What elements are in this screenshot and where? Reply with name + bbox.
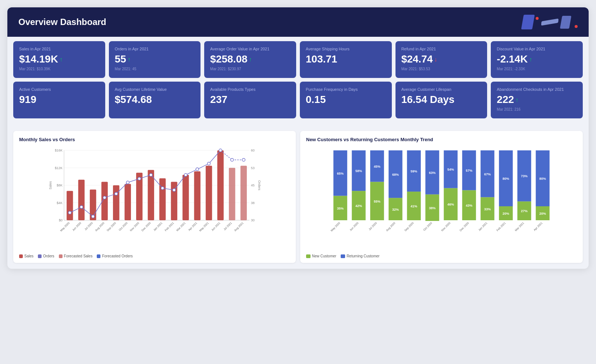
legend-item-sales: Sales <box>19 254 33 258</box>
metric-value-active-customers: 919 <box>19 93 99 106</box>
legend-label: Sales <box>24 254 33 258</box>
legend-item-returning-customer: Returning Customer <box>341 254 379 258</box>
metric-card-avg-lifespan: Average Customer Lifespan16.54 Days <box>395 82 487 118</box>
svg-text:Orders: Orders <box>258 180 261 190</box>
svg-text:63%: 63% <box>429 171 436 175</box>
bar-chart-svg: $0$4K$8K$12K$16KSalesOrders6053453830May… <box>19 147 290 250</box>
svg-text:$8K: $8K <box>57 183 63 187</box>
svg-rect-19 <box>67 191 73 220</box>
svg-text:42%: 42% <box>355 204 362 208</box>
legend-label: New Customer <box>312 254 336 258</box>
metric-label-refund-apr: Refund in Apr 2021 <box>401 46 482 51</box>
svg-text:Aug 2020: Aug 2020 <box>385 221 396 232</box>
legend-color-box <box>341 254 345 258</box>
dashboard-title: Overview Dashboard <box>18 17 106 27</box>
legend-item-forecasted-orders: Forecasted Orders <box>97 254 132 258</box>
svg-rect-39 <box>182 175 189 221</box>
legend-item-new-customer: New Customer <box>306 254 336 258</box>
logo-dot-2 <box>575 25 578 28</box>
svg-text:Jan 2021: Jan 2021 <box>478 221 488 232</box>
svg-text:27%: 27% <box>521 209 528 213</box>
chart-monthly-sales: Monthly Sales vs Orders $0$4K$8K$12K$16K… <box>13 131 296 263</box>
chart2-title: New Customers vs Returning Customers Mon… <box>306 137 577 142</box>
metric-label-avg-lifetime-value: Avg Customer Lifetime Value <box>115 87 195 92</box>
metric-card-refund-apr: Refund in Apr 2021$24.74↓Mar 2021: $53.5… <box>395 41 487 78</box>
svg-text:Jul 2021: Jul 2021 <box>223 221 233 231</box>
metric-value-sales-apr: $14.19K↑ <box>19 53 99 65</box>
svg-text:Mar 2021: Mar 2021 <box>514 221 525 232</box>
svg-point-71 <box>126 181 129 184</box>
svg-text:Jan 2021: Jan 2021 <box>153 221 163 232</box>
svg-point-78 <box>207 162 210 165</box>
metric-sub-abandonment: Mar 2021: 216 <box>497 107 577 111</box>
svg-rect-35 <box>159 178 166 220</box>
svg-text:59%: 59% <box>411 169 417 173</box>
legend-item-forecasted-sales: Forecasted Sales <box>59 254 93 258</box>
svg-text:20%: 20% <box>503 212 509 215</box>
svg-rect-21 <box>78 180 85 220</box>
metric-label-abandonment: Abandonment Checkouts in Apr 2021 <box>497 87 577 92</box>
chart-customers: New Customers vs Returning Customers Mon… <box>300 131 583 263</box>
chart1-legend: SalesOrdersForecasted SalesForecasted Or… <box>19 254 290 258</box>
svg-text:65%: 65% <box>337 172 344 175</box>
svg-text:Jun 2020: Jun 2020 <box>71 221 82 232</box>
svg-text:67%: 67% <box>484 172 491 176</box>
svg-text:Aug 2020: Aug 2020 <box>95 221 105 232</box>
svg-text:Sales: Sales <box>49 181 52 189</box>
metric-card-orders-apr: Orders in Apr 202155↑Mar 2021: 45 <box>109 41 201 78</box>
legend-label: Orders <box>43 254 54 258</box>
svg-point-76 <box>184 174 187 176</box>
header-logo <box>522 15 578 29</box>
svg-text:Apr 2021: Apr 2021 <box>188 221 198 232</box>
logo-dot-1 <box>536 17 539 20</box>
svg-rect-43 <box>206 166 212 220</box>
metric-sub-sales-apr: Mar 2021: $10.39K <box>19 67 99 71</box>
metric-value-avg-shipping: 103.71 <box>306 53 386 65</box>
metrics-row-1: Sales in Apr 2021$14.19K↑Mar 2021: $10.3… <box>13 41 583 78</box>
svg-point-67 <box>80 206 83 208</box>
logo-shape-3 <box>560 16 571 29</box>
svg-rect-49 <box>241 166 247 220</box>
metric-value-discount-apr: -2.14K↑ <box>497 53 577 65</box>
svg-point-70 <box>115 192 118 195</box>
metric-card-sales-apr: Sales in Apr 2021$14.19K↑Mar 2021: $10.3… <box>13 41 105 78</box>
svg-text:Sep 2020: Sep 2020 <box>106 221 117 232</box>
metric-value-purchase-freq: 0.15 <box>306 93 386 106</box>
svg-text:33%: 33% <box>484 207 491 211</box>
svg-text:$16K: $16K <box>55 149 63 152</box>
svg-point-74 <box>161 187 164 190</box>
svg-text:55%: 55% <box>374 200 380 203</box>
svg-rect-45 <box>217 150 224 220</box>
svg-rect-41 <box>194 171 201 220</box>
svg-rect-47 <box>229 168 235 221</box>
metric-sub-refund-apr: Mar 2021: $53.53 <box>401 67 482 71</box>
svg-rect-29 <box>125 184 131 220</box>
svg-text:43%: 43% <box>466 204 472 207</box>
svg-text:38%: 38% <box>429 206 436 210</box>
metric-label-avg-shipping: Average Shipping Hours <box>306 46 386 51</box>
metric-value-orders-apr: 55↑ <box>115 53 195 65</box>
svg-text:45: 45 <box>251 183 255 187</box>
legend-item-orders: Orders <box>38 254 54 258</box>
svg-point-81 <box>242 158 245 161</box>
svg-text:68%: 68% <box>392 173 399 176</box>
metric-label-available-products: Available Products Types <box>210 87 290 92</box>
svg-point-80 <box>231 158 234 161</box>
svg-text:Mar 2021: Mar 2021 <box>175 221 186 232</box>
svg-text:Feb 2021: Feb 2021 <box>496 221 507 232</box>
metric-card-available-products: Available Products Types237 <box>204 82 296 118</box>
metric-label-avg-order-value: Average Order Value in Apr 2021 <box>210 46 290 51</box>
svg-point-68 <box>92 215 95 218</box>
svg-text:41%: 41% <box>411 204 417 208</box>
svg-text:32%: 32% <box>392 208 399 211</box>
metric-label-orders-apr: Orders in Apr 2021 <box>115 46 195 51</box>
svg-text:Jul 2020: Jul 2020 <box>84 221 93 231</box>
metric-card-avg-lifetime-value: Avg Customer Lifetime Value$574.68 <box>109 82 201 118</box>
svg-text:80%: 80% <box>503 177 509 181</box>
metric-sub-avg-order-value: Mar 2021: $230.97 <box>210 67 290 71</box>
svg-text:Jun 2020: Jun 2020 <box>349 221 359 232</box>
svg-text:$12K: $12K <box>55 166 63 170</box>
svg-text:20%: 20% <box>539 212 546 215</box>
legend-label: Forecasted Sales <box>64 254 93 258</box>
svg-text:60: 60 <box>251 149 255 152</box>
